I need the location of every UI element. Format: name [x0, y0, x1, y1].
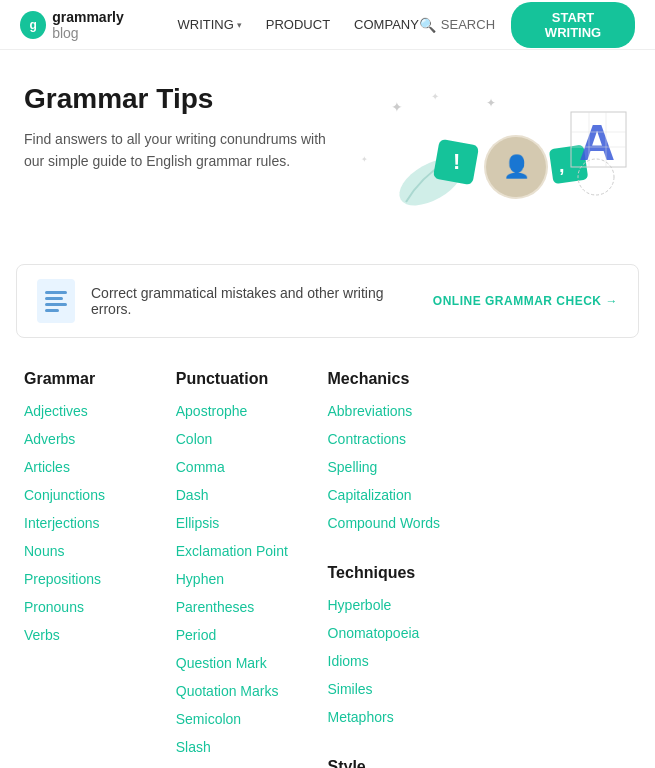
hero-section: Grammar Tips Find answers to all your wr… [0, 50, 655, 256]
category-techniques-title: Techniques [328, 564, 480, 582]
punctuation-slash-link[interactable]: Slash [176, 739, 211, 755]
list-item: Spelling [328, 458, 480, 476]
punctuation-colon-link[interactable]: Colon [176, 431, 213, 447]
grammar-adverbs-link[interactable]: Adverbs [24, 431, 75, 447]
list-item: Idioms [328, 652, 480, 670]
list-item: Exclamation Point [176, 542, 328, 560]
hero-description: Find answers to all your writing conundr… [24, 128, 331, 173]
grammar-prepositions-link[interactable]: Prepositions [24, 571, 101, 587]
grammar-interjections-link[interactable]: Interjections [24, 515, 99, 531]
list-item: Adverbs [24, 430, 176, 448]
techniques-hyperbole-link[interactable]: Hyperbole [328, 597, 392, 613]
list-item: Compound Words [328, 514, 480, 532]
grammar-list: Adjectives Adverbs Articles Conjunctions… [24, 402, 176, 644]
punctuation-hyphen-link[interactable]: Hyphen [176, 571, 224, 587]
punctuation-apostrophe-link[interactable]: Apostrophe [176, 403, 248, 419]
hero-title: Grammar Tips [24, 82, 331, 116]
list-item: Period [176, 626, 328, 644]
category-grammar: Grammar Adjectives Adverbs Articles Conj… [24, 370, 176, 768]
list-item: Nouns [24, 542, 176, 560]
search-button[interactable]: 🔍 SEARCH [419, 17, 495, 33]
list-item: Hyperbole [328, 596, 480, 614]
svg-text:✦: ✦ [361, 155, 368, 164]
list-item: Quotation Marks [176, 682, 328, 700]
grammar-pronouns-link[interactable]: Pronouns [24, 599, 84, 615]
logo[interactable]: g grammarly blog [20, 9, 147, 41]
punctuation-list: Apostrophe Colon Comma Dash Ellipsis Exc… [176, 402, 328, 756]
start-writing-button[interactable]: START WRITING [511, 2, 635, 48]
category-punctuation: Punctuation Apostrophe Colon Comma Dash … [176, 370, 328, 768]
list-item: Parentheses [176, 598, 328, 616]
list-item: Question Mark [176, 654, 328, 672]
techniques-onomatopoeia-link[interactable]: Onomatopoeia [328, 625, 420, 641]
hero-illustration: ✦ ✦ ✦ ✦ ! 👤 , A [331, 82, 631, 232]
techniques-similes-link[interactable]: Similes [328, 681, 373, 697]
search-icon: 🔍 [419, 17, 436, 33]
list-item: Interjections [24, 514, 176, 532]
punctuation-exclamation-link[interactable]: Exclamation Point [176, 543, 288, 559]
cta-link-label: ONLINE GRAMMAR CHECK [433, 294, 602, 308]
nav-writing[interactable]: WRITING ▾ [177, 17, 241, 32]
online-grammar-check-link[interactable]: ONLINE GRAMMAR CHECK → [433, 294, 618, 308]
document-icon [37, 279, 75, 323]
mechanics-capitalization-link[interactable]: Capitalization [328, 487, 412, 503]
empty-col [479, 370, 631, 768]
punctuation-comma-link[interactable]: Comma [176, 459, 225, 475]
list-item: Apostrophe [176, 402, 328, 420]
categories-section: Grammar Adjectives Adverbs Articles Conj… [0, 366, 655, 768]
grammar-conjunctions-link[interactable]: Conjunctions [24, 487, 105, 503]
punctuation-period-link[interactable]: Period [176, 627, 216, 643]
svg-text:✦: ✦ [486, 96, 496, 110]
list-item: Metaphors [328, 708, 480, 726]
list-item: Prepositions [24, 570, 176, 588]
list-item: Dash [176, 486, 328, 504]
punctuation-semicolon-link[interactable]: Semicolon [176, 711, 241, 727]
list-item: Comma [176, 458, 328, 476]
navbar: g grammarly blog WRITING ▾ PRODUCT COMPA… [0, 0, 655, 50]
arrow-icon: → [606, 294, 619, 308]
techniques-idioms-link[interactable]: Idioms [328, 653, 369, 669]
categories-grid: Grammar Adjectives Adverbs Articles Conj… [24, 370, 631, 768]
cta-text: Correct grammatical mistakes and other w… [91, 285, 417, 317]
mechanics-compound-words-link[interactable]: Compound Words [328, 515, 441, 531]
mechanics-spelling-link[interactable]: Spelling [328, 459, 378, 475]
svg-text:!: ! [453, 149, 460, 174]
list-item: Verbs [24, 626, 176, 644]
list-item: Abbreviations [328, 402, 480, 420]
mechanics-contractions-link[interactable]: Contractions [328, 431, 407, 447]
punctuation-dash-link[interactable]: Dash [176, 487, 209, 503]
list-item: Slash [176, 738, 328, 756]
logo-icon: g [20, 11, 46, 39]
punctuation-question-mark-link[interactable]: Question Mark [176, 655, 267, 671]
search-label: SEARCH [441, 17, 495, 32]
svg-text:✦: ✦ [431, 91, 439, 102]
grammar-verbs-link[interactable]: Verbs [24, 627, 60, 643]
nav-company[interactable]: COMPANY [354, 17, 419, 32]
punctuation-quotation-marks-link[interactable]: Quotation Marks [176, 683, 279, 699]
techniques-metaphors-link[interactable]: Metaphors [328, 709, 394, 725]
nav-product[interactable]: PRODUCT [266, 17, 330, 32]
nav-right: 🔍 SEARCH START WRITING [419, 2, 635, 48]
punctuation-parentheses-link[interactable]: Parentheses [176, 599, 255, 615]
grammar-nouns-link[interactable]: Nouns [24, 543, 64, 559]
svg-text:✦: ✦ [391, 99, 403, 115]
mechanics-list: Abbreviations Contractions Spelling Capi… [328, 402, 480, 532]
hero-text: Grammar Tips Find answers to all your wr… [24, 82, 331, 172]
mechanics-abbreviations-link[interactable]: Abbreviations [328, 403, 413, 419]
list-item: Semicolon [176, 710, 328, 728]
category-grammar-title: Grammar [24, 370, 176, 388]
punctuation-ellipsis-link[interactable]: Ellipsis [176, 515, 220, 531]
grammar-articles-link[interactable]: Articles [24, 459, 70, 475]
nav-links: WRITING ▾ PRODUCT COMPANY [177, 17, 418, 32]
list-item: Adjectives [24, 402, 176, 420]
list-item: Colon [176, 430, 328, 448]
category-style-title: Style [328, 758, 480, 768]
list-item: Contractions [328, 430, 480, 448]
cta-banner: Correct grammatical mistakes and other w… [16, 264, 639, 338]
list-item: Articles [24, 458, 176, 476]
list-item: Pronouns [24, 598, 176, 616]
category-punctuation-title: Punctuation [176, 370, 328, 388]
list-item: Ellipsis [176, 514, 328, 532]
list-item: Conjunctions [24, 486, 176, 504]
grammar-adjectives-link[interactable]: Adjectives [24, 403, 88, 419]
